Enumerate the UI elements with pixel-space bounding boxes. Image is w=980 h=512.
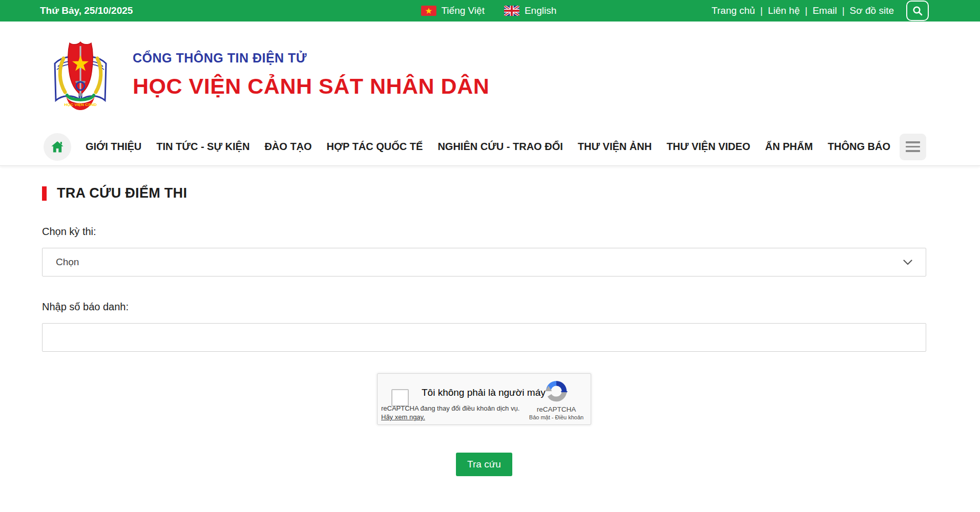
title-accent-bar (42, 186, 47, 201)
recaptcha-container: Tôi không phải là người máy reCAPTCHA đa… (42, 373, 926, 425)
home-icon (50, 140, 65, 154)
link-home[interactable]: Trang chủ (712, 5, 755, 16)
separator: | (760, 5, 763, 16)
separator: | (805, 5, 807, 16)
main-nav: GIỚI THIỆU TIN TỨC - SỰ KIỆN ĐÀO TẠO HỢP… (0, 128, 980, 166)
home-button[interactable] (44, 133, 71, 161)
hamburger-icon (906, 141, 920, 143)
link-email[interactable]: Email (812, 5, 837, 16)
search-button[interactable] (906, 1, 929, 21)
recaptcha-logo-icon (528, 379, 585, 403)
exam-select[interactable]: Chọn (42, 248, 926, 276)
main-content: TRA CỨU ĐIỂM THI Chọn kỳ thi: Chọn Nhập … (0, 166, 980, 476)
date-label: Thứ Bảy, 25/10/2025 (40, 5, 133, 16)
nav-item-gioi-thieu[interactable]: GIỚI THIỆU (86, 141, 141, 153)
recaptcha-brand: reCAPTCHA Bảo mật - Điều khoản (528, 379, 585, 420)
recaptcha-terms-banner: reCAPTCHA đang thay đổi điều khoản dịch … (381, 404, 519, 422)
submit-row: Tra cứu (42, 453, 926, 476)
search-submit-button[interactable]: Tra cứu (456, 453, 512, 476)
link-contact[interactable]: Liên hệ (768, 5, 800, 16)
recaptcha-terms-link[interactable]: Hãy xem ngay. (381, 413, 425, 421)
recaptcha-privacy-terms[interactable]: Bảo mật - Điều khoản (528, 414, 585, 420)
nav-item-dao-tao[interactable]: ĐÀO TẠO (264, 141, 311, 153)
uk-flag-icon (504, 6, 519, 16)
header-titles: CỔNG THÔNG TIN ĐIỆN TỬ HỌC VIỆN CẢNH SÁT… (133, 51, 489, 99)
separator: | (842, 5, 845, 16)
language-switcher: Tiếng Việt English (421, 0, 556, 22)
hamburger-icon (906, 146, 920, 148)
recaptcha-widget: Tôi không phải là người máy reCAPTCHA đa… (377, 373, 591, 425)
site-title: HỌC VIỆN CẢNH SÁT NHÂN DÂN (133, 74, 489, 99)
candidate-number-input[interactable] (42, 323, 926, 352)
nav-item-an-pham[interactable]: ẤN PHẨM (765, 141, 812, 153)
page-title-row: TRA CỨU ĐIỂM THI (42, 185, 926, 201)
portal-title: CỔNG THÔNG TIN ĐIỆN TỬ (133, 51, 489, 66)
vietnam-flag-icon (421, 6, 436, 16)
nav-item-thu-vien-anh[interactable]: THƯ VIỆN ẢNH (578, 141, 652, 153)
hamburger-menu-button[interactable] (900, 134, 926, 160)
candidate-number-label: Nhập số báo danh: (42, 301, 926, 313)
exam-select-value: Chọn (56, 257, 79, 268)
nav-item-thong-bao[interactable]: THÔNG BÁO (828, 141, 890, 153)
topbar: Thứ Bảy, 25/10/2025 Tiếng Việt English T… (0, 0, 980, 22)
nav-item-nghien-cuu-trao-doi[interactable]: NGHIÊN CỨU - TRAO ĐỔI (437, 141, 562, 153)
nav-item-tin-tuc-su-kien[interactable]: TIN TỨC - SỰ KIỆN (156, 141, 249, 153)
hamburger-icon (906, 150, 920, 152)
lang-english[interactable]: English (504, 5, 556, 16)
topbar-links: Trang chủ | Liên hệ | Email | Sơ đồ site (712, 1, 929, 21)
recaptcha-terms-notice: reCAPTCHA đang thay đổi điều khoản dịch … (381, 404, 519, 412)
lang-vietnamese-label: Tiếng Việt (441, 5, 485, 16)
link-sitemap[interactable]: Sơ đồ site (850, 5, 894, 16)
nav-items: GIỚI THIỆU TIN TỨC - SỰ KIỆN ĐÀO TẠO HỢP… (86, 141, 890, 153)
chevron-down-icon (903, 260, 912, 265)
lang-english-label: English (525, 5, 556, 16)
academy-logo-icon[interactable]: HỌC VIỆN CSND (49, 39, 112, 111)
exam-select-label: Chọn kỳ thi: (42, 226, 926, 238)
nav-item-hop-tac-quoc-te[interactable]: HỢP TÁC QUỐC TẾ (327, 141, 423, 153)
nav-item-thu-vien-video[interactable]: THƯ VIỆN VIDEO (666, 141, 750, 153)
recaptcha-brand-name: reCAPTCHA (528, 406, 585, 413)
page-title: TRA CỨU ĐIỂM THI (57, 185, 187, 201)
logo-ribbon-text: HỌC VIỆN CSND (64, 102, 97, 107)
site-header: HỌC VIỆN CSND CỔNG THÔNG TIN ĐIỆN TỬ HỌC… (0, 22, 980, 128)
search-icon (912, 5, 923, 16)
lang-vietnamese[interactable]: Tiếng Việt (421, 5, 485, 16)
